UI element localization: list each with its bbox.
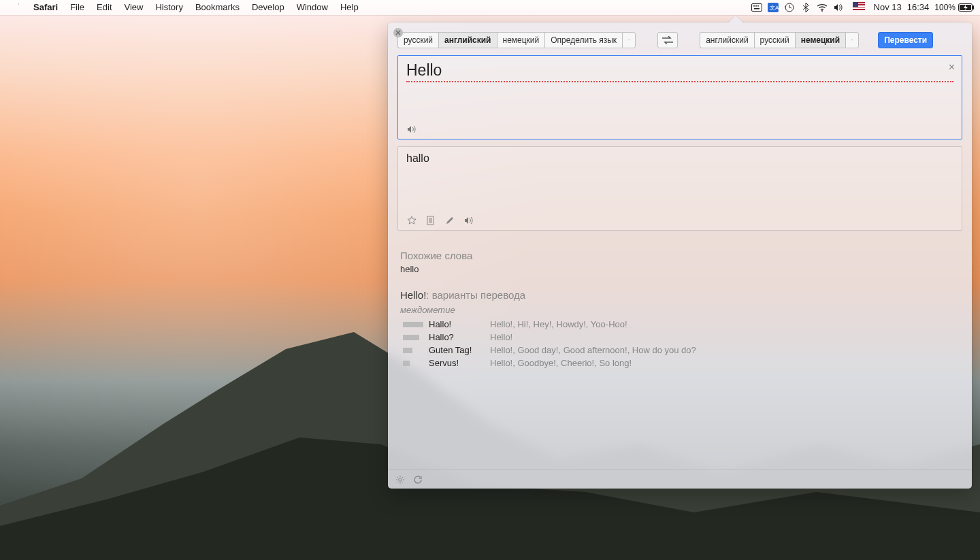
popover-close-button[interactable] xyxy=(393,28,403,37)
frequency-bar xyxy=(403,322,423,327)
variant-synonyms: Hello!, Good day!, Good afternoon!, How … xyxy=(487,344,960,357)
svg-rect-12 xyxy=(427,216,434,225)
popover-bottom-bar xyxy=(388,470,972,489)
frequency-cell xyxy=(400,331,426,344)
input-source-icon[interactable] xyxy=(749,3,765,12)
frequency-bar xyxy=(403,348,412,353)
clear-input-button[interactable]: × xyxy=(949,61,955,73)
wifi-icon[interactable] xyxy=(814,3,830,12)
pencil-icon xyxy=(445,216,455,225)
table-row: Guten Tag!Hello!, Good day!, Good aftern… xyxy=(400,344,960,357)
popover-arrow xyxy=(728,16,744,24)
source-text-area[interactable]: Hello × xyxy=(397,55,962,139)
source-text[interactable]: Hello xyxy=(406,61,953,82)
bluetooth-icon[interactable] xyxy=(798,3,814,12)
variant-term[interactable]: Hallo? xyxy=(426,331,487,344)
battery-icon[interactable] xyxy=(958,3,975,12)
variant-synonyms: Hello! xyxy=(487,331,960,344)
variant-term[interactable]: Guten Tag! xyxy=(426,344,487,357)
menu-file[interactable]: File xyxy=(64,0,91,15)
chevron-down-icon xyxy=(851,38,853,42)
dst-lang-de-button[interactable]: немецкий xyxy=(795,32,845,48)
translate-button[interactable]: Перевести xyxy=(878,32,933,48)
battery-percentage[interactable]: 100% xyxy=(932,0,958,15)
apple-menu[interactable] xyxy=(5,0,27,15)
frequency-bar xyxy=(403,335,419,340)
target-language-segment: английский русский немецкий xyxy=(700,32,859,48)
svg-rect-2 xyxy=(755,5,757,7)
frequency-cell xyxy=(400,344,426,357)
translate-extension-icon[interactable]: 文A xyxy=(765,3,781,12)
menu-history[interactable]: History xyxy=(149,0,189,15)
similar-word[interactable]: hello xyxy=(400,264,960,274)
target-text-area: hallo xyxy=(397,146,962,231)
svg-point-13 xyxy=(399,478,402,480)
svg-text:文A: 文A xyxy=(770,5,779,11)
time-machine-icon[interactable] xyxy=(781,3,798,12)
us-flag-icon xyxy=(853,2,865,10)
refresh-button[interactable] xyxy=(412,474,423,485)
src-lang-en-button[interactable]: английский xyxy=(438,32,496,48)
frequency-cell xyxy=(400,357,426,369)
dst-lang-en-button[interactable]: английский xyxy=(700,32,753,48)
menu-help[interactable]: Help xyxy=(334,0,365,15)
copy-translation-button[interactable] xyxy=(425,215,436,226)
volume-icon[interactable] xyxy=(830,3,847,12)
speaker-icon xyxy=(407,125,416,134)
star-icon xyxy=(407,216,416,225)
listen-source-button[interactable] xyxy=(406,124,417,135)
variant-synonyms: Hello!, Hi!, Hey!, Howdy!, Yoo-Hoo! xyxy=(487,318,960,331)
svg-rect-1 xyxy=(753,5,755,7)
menu-bar: Safari File Edit View History Bookmarks … xyxy=(0,0,980,15)
menu-window[interactable]: Window xyxy=(291,0,334,15)
table-row: Hallo!Hello!, Hi!, Hey!, Howdy!, Yoo-Hoo… xyxy=(400,318,960,331)
frequency-bar xyxy=(403,361,410,366)
listen-target-button[interactable] xyxy=(463,215,474,226)
gear-icon xyxy=(395,475,405,484)
language-toolbar: русский английский немецкий Определить я… xyxy=(388,22,972,55)
settings-button[interactable] xyxy=(395,474,406,485)
target-text: hallo xyxy=(406,152,953,165)
table-row: Servus!Hello!, Goodbye!, Cheerio!, So lo… xyxy=(400,357,960,369)
dst-lang-dropdown-button[interactable] xyxy=(845,32,859,48)
suggest-edit-button[interactable] xyxy=(444,215,455,226)
svg-rect-11 xyxy=(973,5,974,10)
speaker-icon xyxy=(464,216,474,225)
menu-view[interactable]: View xyxy=(118,0,150,15)
src-lang-detect-button[interactable]: Определить язык xyxy=(544,32,622,48)
similar-words-title: Похожие слова xyxy=(400,250,960,261)
table-row: Hallo?Hello! xyxy=(400,331,960,344)
app-name[interactable]: Safari xyxy=(27,0,64,15)
variant-term[interactable]: Hallo! xyxy=(426,318,487,331)
variants-table: Hallo!Hello!, Hi!, Hey!, Howdy!, Yoo-Hoo… xyxy=(400,318,960,369)
save-translation-button[interactable] xyxy=(406,215,417,226)
translate-popover: русский английский немецкий Определить я… xyxy=(388,22,972,489)
variant-synonyms: Hello!, Goodbye!, Cheerio!, So long! xyxy=(487,357,960,369)
menu-develop[interactable]: Develop xyxy=(246,0,291,15)
src-lang-dropdown-button[interactable] xyxy=(622,32,636,48)
svg-point-8 xyxy=(821,10,823,12)
src-lang-ru-button[interactable]: русский xyxy=(397,32,438,48)
src-lang-de-button[interactable]: немецкий xyxy=(497,32,545,48)
menubar-date[interactable]: Nov 13 xyxy=(871,0,904,15)
svg-rect-4 xyxy=(754,8,760,10)
variants-headword: Hello! xyxy=(400,289,426,301)
copy-icon xyxy=(426,216,436,225)
results-section: Похожие слова hello Hello!: варианты пер… xyxy=(388,237,972,470)
refresh-icon xyxy=(413,475,423,484)
flag-indicator[interactable] xyxy=(847,0,871,15)
variants-subtitle: : варианты перевода xyxy=(426,289,525,301)
menu-edit[interactable]: Edit xyxy=(91,0,118,15)
part-of-speech: междометие xyxy=(400,305,960,315)
swap-languages-button[interactable] xyxy=(657,32,678,48)
menubar-time[interactable]: 16:34 xyxy=(904,0,932,15)
source-language-segment: русский английский немецкий Определить я… xyxy=(397,32,636,48)
chevron-down-icon xyxy=(628,38,630,42)
dst-lang-ru-button[interactable]: русский xyxy=(754,32,795,48)
variant-term[interactable]: Servus! xyxy=(426,357,487,369)
swap-icon xyxy=(662,36,673,44)
menu-bookmarks[interactable]: Bookmarks xyxy=(189,0,246,15)
variants-heading: Hello!: варианты перевода xyxy=(400,289,960,301)
svg-rect-3 xyxy=(757,5,759,7)
frequency-cell xyxy=(400,318,426,331)
